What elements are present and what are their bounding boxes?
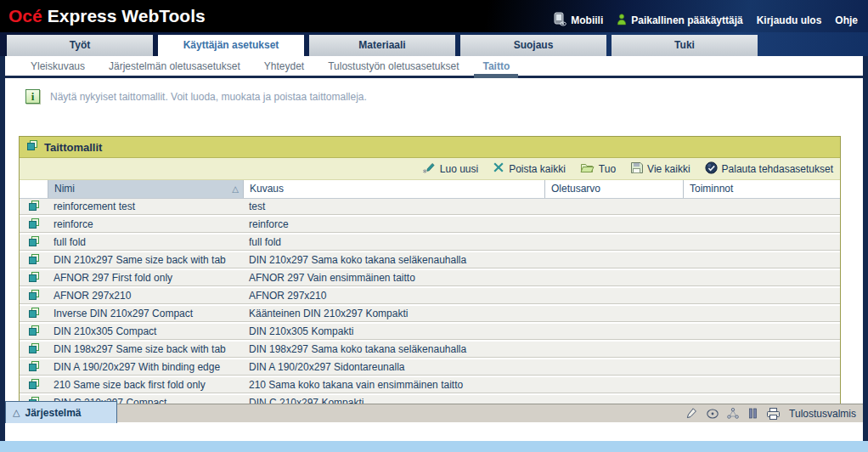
panel-toolbar: Luo uusi Poista kaikki Tuo [20,158,840,180]
row-default-value [544,306,683,321]
import-button[interactable]: Tuo [580,161,616,177]
subtab-jarjestelman-oletusasetukset[interactable]: Järjestelmän oletusasetukset [109,60,240,72]
row-actions [683,359,840,375]
column-header-nimi-label: Nimi [54,183,75,198]
row-default-value [544,252,683,268]
pen-icon[interactable] [685,407,699,421]
export-all-button[interactable]: Vie kaikki [630,161,690,177]
subtab-yhteydet[interactable]: Yhteydet [264,60,304,72]
tab-tyot[interactable]: Työt [7,35,153,56]
disc-icon[interactable] [705,407,719,421]
export-all-icon [630,161,643,177]
row-name: AFNOR 297x210 [48,288,243,303]
row-description: DIN 210x297 Sama koko takana seläkenauha… [243,252,544,268]
subtab-taitto[interactable]: Taitto [482,60,510,72]
template-icon [20,234,48,250]
row-actions [683,217,840,232]
mobile-link[interactable]: Mobiili [554,12,603,29]
table-row[interactable]: DIN A 190/20x297 With binding edge DIN A… [20,359,840,376]
info-row: i Näytä nykyiset taittomallit. Voit luod… [25,89,367,104]
table-row[interactable]: AFNOR 297x210 AFNOR 297x210 [20,288,840,304]
row-actions [683,324,840,339]
tab-suojaus[interactable]: Suojaus [460,35,606,56]
table-row[interactable]: reinforcement test test [20,199,840,215]
import-icon [580,161,595,177]
row-name: reinforcement test [48,199,243,214]
row-default-value [544,234,683,250]
row-default-value [544,270,683,285]
row-default-value [544,377,683,393]
row-name: reinforce [48,217,243,232]
tab-kayttajan-asetukset[interactable]: Käyttäjän asetukset [158,35,304,56]
row-actions [683,252,840,268]
row-description: AFNOR 297x210 [243,288,544,303]
logged-in-user[interactable]: Paikallinen pääkäyttäjä [617,14,742,28]
system-label: Järjestelmä [25,407,81,419]
subtab-yleiskuvaus[interactable]: Yleiskuvaus [31,60,85,72]
row-name: DIN 210x297 Same size back with tab [48,252,243,268]
column-header-kuvaus-label: Kuvaus [250,183,284,195]
tab-materiaali[interactable]: Materiaali [309,35,455,56]
templates-icon [26,139,38,155]
column-header-oletusarvo[interactable]: Oletusarvo [544,180,683,198]
row-description: full fold [243,234,544,250]
logout-link[interactable]: Kirjaudu ulos [757,14,822,26]
restore-defaults-button[interactable]: Palauta tehdasasetukset [705,161,833,177]
printer-icon[interactable] [766,407,781,421]
content-top-divider [5,76,863,78]
column-header-nimi[interactable]: Nimi △ [48,180,243,198]
brand-oce: Océ [8,6,42,25]
template-icon [20,306,48,321]
row-default-value [544,342,683,357]
table-row[interactable]: DIN 198x297 Same size back with tab DIN … [20,342,840,358]
network-icon[interactable] [725,407,740,421]
create-new-button[interactable]: Luo uusi [422,161,478,177]
pause-icon[interactable] [746,407,760,421]
sub-tab-bar: Yleiskuvaus Järjestelmän oletusasetukset… [5,56,863,76]
panel-title: Taittomallit [44,141,102,154]
row-name: full fold [48,234,243,250]
mobile-link-label: Mobiili [571,14,603,26]
template-icon [20,199,48,214]
info-text: Näytä nykyiset taittomallit. Voit luoda,… [50,89,367,103]
export-all-label: Vie kaikki [647,163,690,175]
column-header-toiminnot[interactable]: Toiminnot [683,180,840,198]
delete-all-icon [493,161,504,176]
row-default-value [544,217,683,232]
table-row[interactable]: AFNOR 297 First fold only AFNOR 297 Vain… [20,270,840,286]
column-header-kuvaus[interactable]: Kuvaus [243,180,544,198]
table-row[interactable]: DIN 210x305 Compact DIN 210x305 Kompakti [20,324,840,340]
table-row[interactable]: Inverse DIN 210x297 Compact Käänteinen D… [20,306,840,322]
delete-all-button[interactable]: Poista kaikki [493,161,566,176]
row-description: reinforce [243,217,544,232]
panel-title-bar: Taittomallit [20,137,840,158]
bottom-strip [0,441,868,452]
row-actions [683,342,840,357]
help-link-label: Ohje [835,14,858,26]
template-icon [20,252,48,268]
help-link[interactable]: Ohje [835,14,858,26]
row-actions [683,199,840,214]
subtab-tulostustyon-oletusasetukset[interactable]: Tulostustyön oletusasetukset [328,60,459,72]
tab-tuki[interactable]: Tuki [612,35,758,56]
user-name-label: Paikallinen pääkäyttäjä [631,14,742,26]
table-row[interactable]: DIN 210x297 Same size back with tab DIN … [20,252,840,268]
delete-all-label: Poista kaikki [509,163,566,175]
system-status-tab[interactable]: △ Järjestelmä [5,401,117,423]
row-actions [683,288,840,303]
table-row[interactable]: full fold full fold [20,234,840,251]
brand-logo: OcéExpress WebTools [0,6,206,26]
template-icon [20,217,48,232]
restore-defaults-label: Palauta tehdasasetukset [722,163,833,175]
table-row[interactable]: reinforce reinforce [20,217,840,233]
status-bar: △ Järjestelmä [5,404,863,422]
logout-link-label: Kirjaudu ulos [757,14,822,26]
fold-templates-panel: Taittomallit Luo uusi Poist [19,136,841,422]
table-body: reinforcement test test reinforce reinfo… [20,199,840,411]
table-row[interactable]: 210 Same size back first fold only 210 S… [20,377,840,393]
column-header-toiminnot-label: Toiminnot [690,183,733,195]
row-default-value [544,359,683,375]
row-actions [683,234,840,250]
row-actions [683,270,840,285]
row-name: Inverse DIN 210x297 Compact [48,306,243,321]
